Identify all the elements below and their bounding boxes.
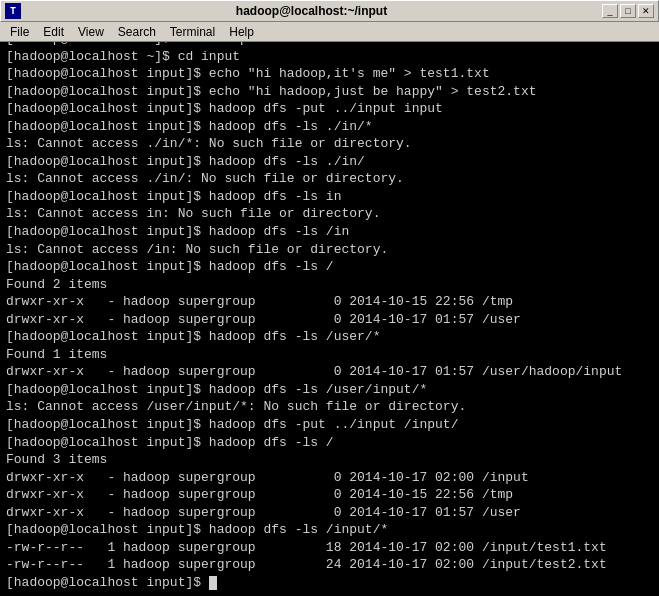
close-button[interactable]: ✕ <box>638 4 654 18</box>
menu-help[interactable]: Help <box>223 23 260 41</box>
menu-edit[interactable]: Edit <box>37 23 70 41</box>
window-title: hadoop@localhost:~/input <box>21 4 602 18</box>
terminal-area[interactable]: [hadoop@localhost ~]$ mkdir input [hadoo… <box>0 42 659 596</box>
menu-file[interactable]: File <box>4 23 35 41</box>
title-bar-left: T <box>5 3 21 19</box>
menu-view[interactable]: View <box>72 23 110 41</box>
menu-bar: File Edit View Search Terminal Help <box>0 22 659 42</box>
maximize-button[interactable]: □ <box>620 4 636 18</box>
minimize-button[interactable]: _ <box>602 4 618 18</box>
menu-search[interactable]: Search <box>112 23 162 41</box>
app-icon: T <box>5 3 21 19</box>
terminal-content: [hadoop@localhost ~]$ mkdir input [hadoo… <box>6 42 653 592</box>
title-bar: T hadoop@localhost:~/input _ □ ✕ <box>0 0 659 22</box>
window-controls[interactable]: _ □ ✕ <box>602 4 654 18</box>
menu-terminal[interactable]: Terminal <box>164 23 221 41</box>
